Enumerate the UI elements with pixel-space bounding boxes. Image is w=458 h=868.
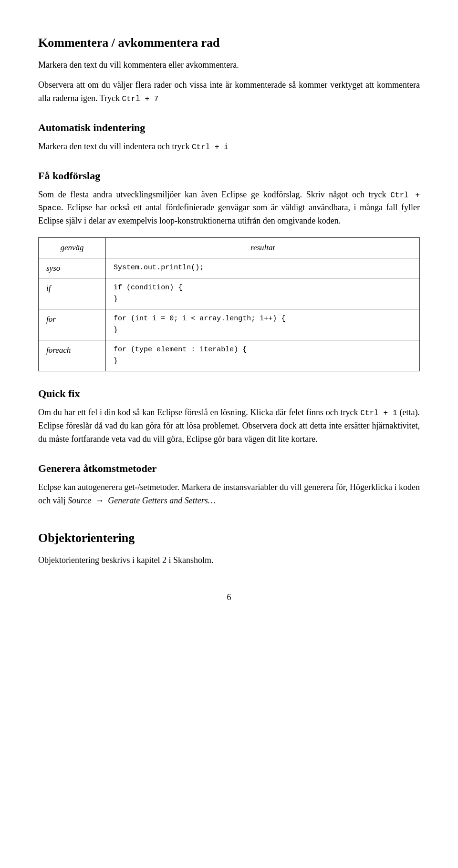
objektorientering-para: Objektorientering beskrivs i kapitel 2 i… (38, 554, 420, 567)
result-for: for (int i = 0; i < array.length; i++) {… (106, 309, 420, 340)
kommentera-para-2: Observera att om du väljer flera rader o… (38, 79, 420, 105)
table-row: if if (condition) {} (39, 278, 420, 309)
page-number: 6 (38, 591, 420, 604)
result-if: if (condition) {} (106, 278, 420, 309)
automatisk-indentering-para: Markera den text du vill indentera och t… (38, 140, 420, 153)
automatisk-indentering-heading: Automatisk indentering (38, 120, 420, 135)
quick-fix-para: Om du har ett fel i din kod så kan Eclip… (38, 406, 420, 446)
result-syso: System.out.println(); (106, 258, 420, 278)
result-foreach: for (type element : iterable) {} (106, 340, 420, 371)
quick-fix-heading: Quick fix (38, 386, 420, 401)
shortcuts-table: genväg resultat syso System.out.println(… (38, 237, 420, 371)
table-header-result: resultat (106, 238, 420, 258)
shortcut-for: for (39, 309, 106, 340)
kommentera-para-1: Markera den text du vill kommentera elle… (38, 59, 420, 72)
objektorientering-heading: Objektorientering (38, 529, 420, 547)
fa-kodforslag-heading: Få kodförslag (38, 168, 420, 184)
table-row: foreach for (type element : iterable) {} (39, 340, 420, 371)
shortcut-if: if (39, 278, 106, 309)
table-row: for for (int i = 0; i < array.length; i+… (39, 309, 420, 340)
table-header-shortcut: genväg (39, 238, 106, 258)
table-row: syso System.out.println(); (39, 258, 420, 278)
page-main-heading: Kommentera / avkommentera rad (38, 33, 420, 52)
fa-kodforslag-para: Som de flesta andra utvecklingsmiljöer k… (38, 188, 420, 228)
shortcut-syso: syso (39, 258, 106, 278)
generera-atkomstmetoder-heading: Generera åtkomstmetoder (38, 460, 420, 476)
shortcut-foreach: foreach (39, 340, 106, 371)
generera-atkomstmetoder-para: Eclpse kan autogenerera get-/setmetoder.… (38, 481, 420, 508)
